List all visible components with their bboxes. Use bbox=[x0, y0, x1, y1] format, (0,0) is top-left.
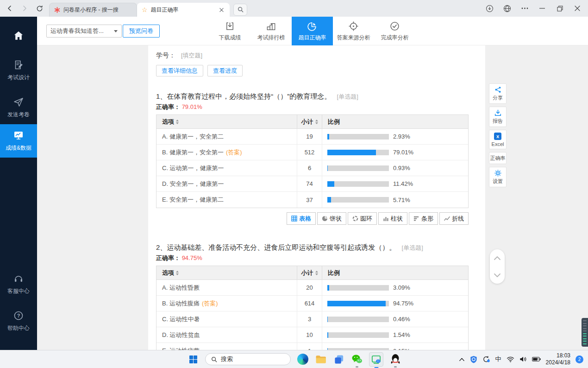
count-value: 1 bbox=[297, 343, 322, 350]
table-row: E. 安全第一，健康第二 37 5.71% bbox=[156, 192, 468, 208]
scroll-up-icon[interactable] bbox=[494, 256, 501, 260]
table-row: B. 运动性腹痛(答案) 614 94.75% bbox=[156, 296, 468, 311]
accuracy-tool-button[interactable]: 正确率 bbox=[489, 152, 507, 164]
ratio-bar bbox=[327, 150, 389, 155]
wechat-icon[interactable] bbox=[351, 353, 363, 365]
headset-icon bbox=[13, 273, 24, 284]
chart-type-column-button[interactable]: 柱状 bbox=[378, 212, 407, 225]
option-text: C. 运动性中暑 bbox=[162, 315, 200, 324]
sidebar-item-send-exam[interactable]: 发送考卷 bbox=[0, 91, 37, 124]
answer-tag: (答案) bbox=[202, 299, 218, 308]
chart-type-line-button[interactable]: 折线 bbox=[439, 212, 469, 225]
sidebar-item-home[interactable] bbox=[0, 21, 37, 50]
table-row: D. 运动性贫血 10 1.54% bbox=[156, 327, 468, 343]
question-title: 2、运动基础差、准备活动不充分、进食后立即运动和空腹等引起或诱发（）。 [单选题… bbox=[156, 243, 477, 253]
survey-selector[interactable]: 运动青春我知道答... bbox=[46, 25, 122, 38]
search-placeholder: 搜索 bbox=[221, 355, 233, 363]
excel-button[interactable]: x Excel bbox=[489, 130, 507, 149]
chart-type-table-button[interactable]: 表格 bbox=[287, 212, 316, 225]
view-progress-button[interactable]: 查看进度 bbox=[207, 65, 243, 76]
question-type-tag: [单选题] bbox=[402, 244, 423, 251]
battery-charging-icon[interactable] bbox=[532, 356, 541, 362]
target-icon bbox=[348, 21, 359, 32]
ime-indicator[interactable]: 中 bbox=[495, 355, 501, 363]
count-value: 10 bbox=[297, 327, 322, 343]
nav-tab-download-scores[interactable]: 下载成绩 bbox=[209, 17, 250, 45]
app-header: 运动青春我知道答... 预览问卷 下载成绩 考试排行榜 题目正确率 答案 bbox=[37, 17, 588, 45]
docked-edge-widget[interactable] bbox=[582, 318, 588, 347]
sort-icon[interactable] bbox=[176, 271, 179, 275]
start-button[interactable] bbox=[187, 353, 199, 365]
browser-back-button[interactable] bbox=[4, 2, 16, 14]
bar-chart-icon bbox=[413, 216, 419, 222]
browser-forward-button[interactable] bbox=[19, 2, 31, 14]
tray-sync-icon[interactable] bbox=[482, 355, 490, 363]
nav-tab-exam-ranking[interactable]: 考试排行榜 bbox=[250, 17, 292, 45]
file-explorer-icon[interactable] bbox=[315, 353, 327, 365]
taskbar-search-box[interactable]: 搜索 bbox=[205, 353, 291, 365]
ratio-label: 79.01% bbox=[393, 149, 413, 156]
view-details-button[interactable]: 查看详细信息 bbox=[156, 65, 203, 76]
globe-icon[interactable] bbox=[499, 1, 515, 15]
question-type-tag: [单选题] bbox=[337, 93, 358, 100]
chart-type-donut-button[interactable]: 圆环 bbox=[348, 212, 377, 225]
chart-type-bar-button[interactable]: 条形 bbox=[409, 212, 438, 225]
count-value: 37 bbox=[297, 192, 322, 208]
browser-refresh-button[interactable] bbox=[33, 2, 45, 14]
scroll-down-icon[interactable] bbox=[494, 273, 501, 278]
sort-icon[interactable] bbox=[315, 120, 318, 124]
column-header-count[interactable]: 小计 bbox=[297, 266, 322, 279]
table-row: B. 健康第一，安全第一(答案) 512 79.01% bbox=[156, 145, 468, 160]
question-1-table: 选项 小计 比例 A. 健康第一，安全第二 19 2.93% B. 健康第一，安… bbox=[156, 114, 469, 208]
sidebar-item-help-center[interactable]: ? 帮助中心 bbox=[0, 305, 37, 338]
check-circle-icon bbox=[389, 21, 400, 32]
ratio-bar bbox=[327, 285, 389, 291]
downloads-icon[interactable] bbox=[482, 1, 497, 15]
browser-tab-accuracy[interactable]: ☆ 题目正确率 bbox=[137, 3, 230, 17]
tab-search-button[interactable] bbox=[233, 4, 247, 16]
tab-close-icon[interactable] bbox=[218, 6, 225, 13]
column-header-option[interactable]: 选项 bbox=[156, 115, 297, 128]
option-text: A. 运动性昏厥 bbox=[162, 284, 200, 292]
nav-tab-answer-source-analysis[interactable]: 答案来源分析 bbox=[333, 17, 374, 45]
browser-tab-wjx-miniprogram[interactable]: 问卷星小程序 - 搜一搜 bbox=[49, 3, 137, 17]
qq-icon[interactable] bbox=[389, 353, 401, 365]
report-download-icon bbox=[494, 109, 501, 116]
sidebar-item-scores-data[interactable]: 成绩&数据 bbox=[0, 124, 37, 158]
tray-chevron-up-icon[interactable] bbox=[459, 357, 465, 362]
active-screen-app-icon[interactable] bbox=[369, 352, 383, 367]
sort-icon[interactable] bbox=[176, 120, 179, 124]
window-restore-button[interactable] bbox=[552, 1, 568, 15]
blue-squares-app-icon[interactable] bbox=[333, 353, 345, 365]
share-icon bbox=[494, 86, 501, 93]
settings-button[interactable]: 设置 bbox=[489, 167, 507, 187]
share-button[interactable]: 分享 bbox=[489, 83, 507, 104]
edge-browser-icon[interactable] bbox=[297, 353, 309, 365]
column-header-option[interactable]: 选项 bbox=[156, 266, 297, 279]
chart-type-pie-button[interactable]: 饼状 bbox=[317, 212, 346, 225]
paper-plane-icon bbox=[13, 96, 24, 108]
field-type-tag: [填空题] bbox=[181, 52, 202, 59]
volume-icon[interactable] bbox=[519, 356, 527, 362]
tray-clock[interactable]: 18:03 2024/4/18 bbox=[546, 352, 570, 366]
sidebar-item-exam-design[interactable]: 考试设计 bbox=[0, 54, 37, 87]
tab-title: 问卷星小程序 - 搜一搜 bbox=[63, 6, 132, 14]
notification-count-badge[interactable]: 2 bbox=[575, 355, 583, 363]
preview-survey-button[interactable]: 预览问卷 bbox=[123, 25, 160, 38]
ratio-label: 1.54% bbox=[393, 331, 410, 338]
column-header-count[interactable]: 小计 bbox=[297, 115, 322, 128]
wifi-icon[interactable] bbox=[507, 356, 514, 362]
sidebar-item-customer-service[interactable]: 客服中心 bbox=[0, 267, 37, 301]
sort-icon[interactable] bbox=[315, 271, 318, 275]
option-text: C. 运动第一，健康第一 bbox=[162, 164, 224, 172]
nav-tab-question-accuracy[interactable]: 题目正确率 bbox=[292, 17, 333, 45]
nav-tab-completion-rate-analysis[interactable]: 完成率分析 bbox=[374, 17, 415, 45]
chevron-down-icon bbox=[114, 30, 118, 32]
ratio-label: 2.93% bbox=[393, 133, 410, 140]
report-button[interactable]: 报告 bbox=[489, 107, 507, 127]
browser-menu-icon[interactable] bbox=[517, 1, 532, 15]
window-close-button[interactable] bbox=[569, 1, 585, 15]
window-minimize-button[interactable] bbox=[534, 1, 550, 15]
accuracy-label: 正确率： bbox=[156, 254, 180, 261]
tray-security-shield-icon[interactable] bbox=[470, 355, 477, 363]
